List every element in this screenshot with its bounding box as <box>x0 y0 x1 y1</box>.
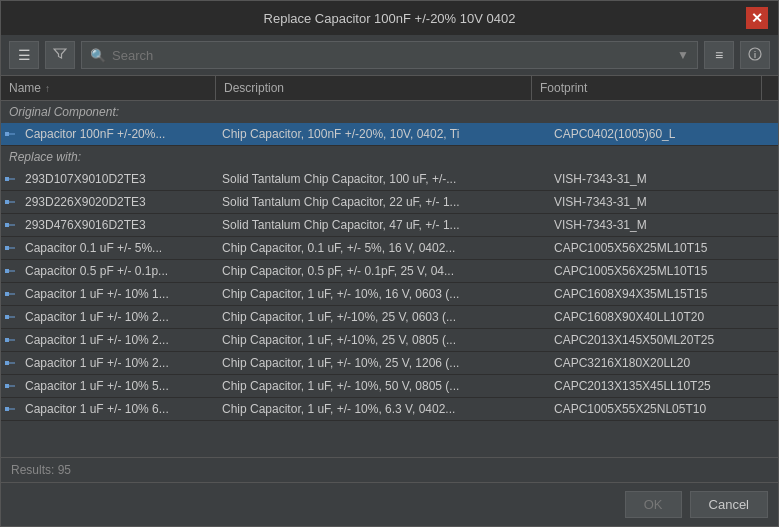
menu-icon: ≡ <box>715 47 723 63</box>
table-row[interactable]: Capacitor 1 uF +/- 10% 1... Chip Capacit… <box>1 283 778 306</box>
row-footprint: CAPC1005X55X25NL05T10 <box>548 398 778 420</box>
svg-rect-16 <box>5 315 9 319</box>
svg-rect-4 <box>5 177 9 181</box>
svg-text:i: i <box>754 50 757 60</box>
cap-icon <box>1 220 19 230</box>
svg-rect-2 <box>5 132 9 136</box>
row-name: Capacitor 1 uF +/- 10% 1... <box>19 283 216 305</box>
search-icon: 🔍 <box>90 48 106 63</box>
search-input[interactable] <box>112 48 677 63</box>
info-icon: i <box>748 47 762 64</box>
cap-icon <box>1 381 19 391</box>
row-footprint: CAPC3216X180X20LL20 <box>548 352 778 374</box>
svg-rect-8 <box>5 223 9 227</box>
table-body: Original Component: Capacitor 100nF +/-2… <box>1 101 778 457</box>
dialog-title: Replace Capacitor 100nF +/-20% 10V 0402 <box>33 11 746 26</box>
row-description: Chip Capacitor, 1 uF, +/-10%, 25 V, 0603… <box>216 306 548 328</box>
cap-icon <box>1 358 19 368</box>
filter-button[interactable] <box>45 41 75 69</box>
svg-rect-18 <box>5 338 9 342</box>
table-row[interactable]: 293D107X9010D2TE3 Solid Tantalum Chip Ca… <box>1 168 778 191</box>
row-footprint: CAPC1608X90X40LL10T20 <box>548 306 778 328</box>
row-footprint: VISH-7343-31_M <box>548 168 778 190</box>
col-header-extra <box>762 76 778 100</box>
row-footprint: CAPC2013X135X45LL10T25 <box>548 375 778 397</box>
search-dropdown-icon[interactable]: ▼ <box>677 48 689 62</box>
cap-icon <box>1 404 19 414</box>
row-name: Capacitor 1 uF +/- 10% 2... <box>19 329 216 351</box>
table-row[interactable]: 293D226X9020D2TE3 Solid Tantalum Chip Ca… <box>1 191 778 214</box>
table-row-original[interactable]: Capacitor 100nF +/-20%... Chip Capacitor… <box>1 123 778 146</box>
row-description: Chip Capacitor, 1 uF, +/- 10%, 6.3 V, 04… <box>216 398 548 420</box>
info-button[interactable]: i <box>740 41 770 69</box>
row-name: 293D476X9016D2TE3 <box>19 214 216 236</box>
cap-icon <box>1 335 19 345</box>
section-replace: Replace with: <box>1 146 778 168</box>
table-row[interactable]: 293D476X9016D2TE3 Solid Tantalum Chip Ca… <box>1 214 778 237</box>
col-header-footprint[interactable]: Footprint <box>532 76 762 100</box>
footer: OK Cancel <box>1 482 778 526</box>
row-description: Solid Tantalum Chip Capacitor, 22 uF, +/… <box>216 191 548 213</box>
rows-container: 293D107X9010D2TE3 Solid Tantalum Chip Ca… <box>1 168 778 421</box>
cancel-button[interactable]: Cancel <box>690 491 768 518</box>
row-name: Capacitor 0.1 uF +/- 5%... <box>19 237 216 259</box>
sort-arrow-icon: ↑ <box>45 83 50 94</box>
row-footprint: CAPC2013X145X50ML20T25 <box>548 329 778 351</box>
row-description: Chip Capacitor, 1 uF, +/- 10%, 50 V, 080… <box>216 375 548 397</box>
row-name: Capacitor 1 uF +/- 10% 2... <box>19 352 216 374</box>
row-name: Capacitor 0.5 pF +/- 0.1p... <box>19 260 216 282</box>
svg-rect-12 <box>5 269 9 273</box>
table-row[interactable]: Capacitor 1 uF +/- 10% 2... Chip Capacit… <box>1 352 778 375</box>
row-name: Capacitor 1 uF +/- 10% 2... <box>19 306 216 328</box>
svg-rect-24 <box>5 407 9 411</box>
original-description: Chip Capacitor, 100nF +/-20%, 10V, 0402,… <box>216 123 548 145</box>
search-container: 🔍 ▼ <box>81 41 698 69</box>
row-footprint: CAPC1005X56X25ML10T15 <box>548 237 778 259</box>
table-row[interactable]: Capacitor 1 uF +/- 10% 2... Chip Capacit… <box>1 329 778 352</box>
cap-icon-original <box>1 129 19 139</box>
row-footprint: VISH-7343-31_M <box>548 191 778 213</box>
row-description: Chip Capacitor, 1 uF, +/- 10%, 25 V, 120… <box>216 352 548 374</box>
col-header-name[interactable]: Name ↑ <box>1 76 216 100</box>
row-description: Chip Capacitor, 0.5 pF, +/- 0.1pF, 25 V,… <box>216 260 548 282</box>
toolbar: ☰ 🔍 ▼ ≡ i <box>1 35 778 76</box>
svg-rect-10 <box>5 246 9 250</box>
table-row[interactable]: Capacitor 1 uF +/- 10% 2... Chip Capacit… <box>1 306 778 329</box>
svg-rect-22 <box>5 384 9 388</box>
table-row[interactable]: Capacitor 1 uF +/- 10% 6... Chip Capacit… <box>1 398 778 421</box>
table-header: Name ↑ Description Footprint <box>1 76 778 101</box>
table-row[interactable]: Capacitor 0.1 uF +/- 5%... Chip Capacito… <box>1 237 778 260</box>
row-description: Solid Tantalum Chip Capacitor, 100 uF, +… <box>216 168 548 190</box>
row-name: 293D226X9020D2TE3 <box>19 191 216 213</box>
row-footprint: CAPC1005X56X25ML10T15 <box>548 260 778 282</box>
table-container: Name ↑ Description Footprint Original Co… <box>1 76 778 457</box>
svg-rect-6 <box>5 200 9 204</box>
ok-button[interactable]: OK <box>625 491 682 518</box>
cap-icon <box>1 174 19 184</box>
row-description: Chip Capacitor, 0.1 uF, +/- 5%, 16 V, 04… <box>216 237 548 259</box>
cap-icon <box>1 312 19 322</box>
section-original: Original Component: <box>1 101 778 123</box>
results-count: Results: 95 <box>11 463 71 477</box>
row-name: Capacitor 1 uF +/- 10% 5... <box>19 375 216 397</box>
filter-icon <box>53 47 67 64</box>
status-bar: Results: 95 <box>1 457 778 482</box>
original-footprint: CAPC0402(1005)60_L <box>548 123 778 145</box>
svg-rect-14 <box>5 292 9 296</box>
original-name: Capacitor 100nF +/-20%... <box>19 123 216 145</box>
dialog: Replace Capacitor 100nF +/-20% 10V 0402 … <box>0 0 779 527</box>
row-description: Solid Tantalum Chip Capacitor, 47 uF, +/… <box>216 214 548 236</box>
table-row[interactable]: Capacitor 1 uF +/- 10% 5... Chip Capacit… <box>1 375 778 398</box>
cap-icon <box>1 243 19 253</box>
row-description: Chip Capacitor, 1 uF, +/- 10%, 16 V, 060… <box>216 283 548 305</box>
list-view-button[interactable]: ☰ <box>9 41 39 69</box>
close-button[interactable]: ✕ <box>746 7 768 29</box>
svg-rect-20 <box>5 361 9 365</box>
list-icon: ☰ <box>18 47 31 63</box>
col-header-description[interactable]: Description <box>216 76 532 100</box>
table-row[interactable]: Capacitor 0.5 pF +/- 0.1p... Chip Capaci… <box>1 260 778 283</box>
row-name: Capacitor 1 uF +/- 10% 6... <box>19 398 216 420</box>
menu-button[interactable]: ≡ <box>704 41 734 69</box>
cap-icon <box>1 266 19 276</box>
row-description: Chip Capacitor, 1 uF, +/-10%, 25 V, 0805… <box>216 329 548 351</box>
